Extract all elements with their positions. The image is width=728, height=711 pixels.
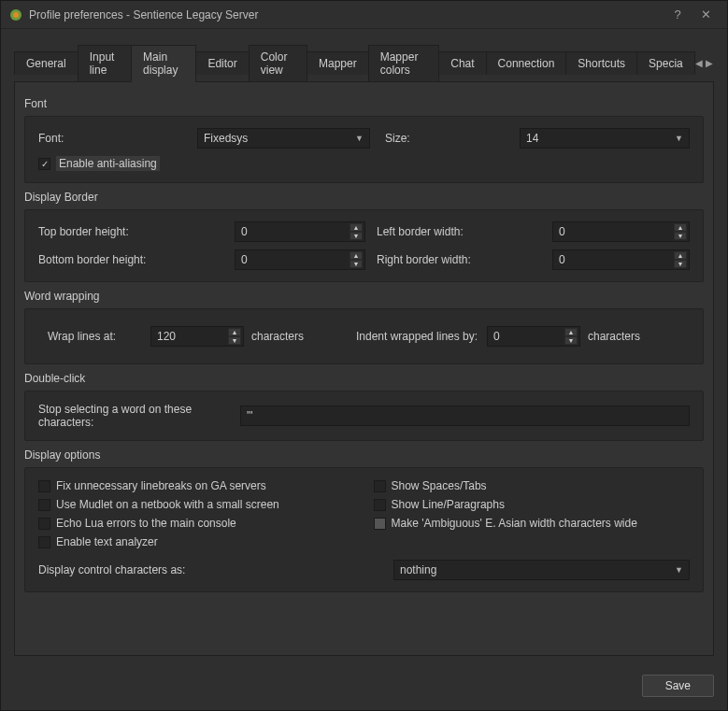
antialias-checkbox[interactable]: ✓ Enable anti-aliasing	[38, 156, 160, 171]
show-lines-label: Show Line/Paragraphs	[392, 498, 505, 511]
ambiguous-label: Make 'Ambiguous' E. Asian width characte…	[392, 517, 637, 530]
spin-buttons[interactable]: ▲▼	[674, 251, 687, 268]
checkbox-icon: ✓	[38, 158, 50, 170]
left-border-label: Left border width:	[365, 225, 552, 238]
preferences-window: Profile preferences - Sentience Legacy S…	[0, 0, 728, 711]
font-label: Font:	[38, 132, 197, 145]
wrap-unit: characters	[244, 330, 356, 343]
text-analyzer-label: Enable text analyzer	[56, 535, 158, 548]
antialias-label: Enable anti-aliasing	[56, 156, 160, 171]
checkbox-icon	[38, 536, 50, 548]
tab-chat[interactable]: Chat	[438, 51, 486, 75]
control-chars-label: Display control characters as:	[38, 563, 393, 576]
stop-chars-label: Stop selecting a word on these character…	[38, 403, 240, 429]
checkbox-icon	[374, 499, 386, 511]
wrap-value: 120	[157, 330, 176, 343]
indent-unit: characters	[580, 330, 640, 343]
border-group: Top border height: 0 ▲▼ Left border widt…	[24, 209, 704, 282]
ambiguous-checkbox[interactable]: Make 'Ambiguous' E. Asian width characte…	[374, 517, 637, 530]
show-spaces-checkbox[interactable]: Show Spaces/Tabs	[374, 479, 487, 492]
chevron-down-icon: ▼	[355, 134, 364, 143]
tab-mapper[interactable]: Mapper	[307, 51, 369, 75]
checkbox-icon	[374, 480, 386, 492]
checkbox-icon	[38, 480, 50, 492]
netbook-label: Use Mudlet on a netbook with a small scr…	[56, 498, 279, 511]
wrap-spin[interactable]: 120 ▲▼	[150, 326, 244, 347]
tab-editor[interactable]: Editor	[195, 51, 249, 75]
fix-ga-label: Fix unnecessary linebreaks on GA servers	[56, 479, 266, 492]
tab-connection[interactable]: Connection	[486, 51, 567, 75]
bottom-border-spin[interactable]: 0 ▲▼	[235, 249, 365, 270]
spin-buttons[interactable]: ▲▼	[564, 328, 578, 345]
show-spaces-label: Show Spaces/Tabs	[392, 479, 487, 492]
dblclick-group: Stop selecting a word on these character…	[24, 391, 704, 441]
checkbox-icon	[38, 518, 50, 530]
dblclick-section-label: Double-click	[24, 372, 704, 385]
border-section-label: Display Border	[24, 191, 704, 204]
checkbox-icon	[38, 499, 50, 511]
tab-color-view[interactable]: Color view	[249, 45, 307, 81]
right-border-label: Right border width:	[365, 253, 552, 266]
font-section-label: Font	[24, 97, 704, 110]
size-combo[interactable]: 14 ▼	[520, 128, 690, 149]
main-display-panel: Font Font: Fixedsys ▼ Size: 14 ▼	[14, 82, 714, 656]
show-lines-checkbox[interactable]: Show Line/Paragraphs	[374, 498, 505, 511]
font-group: Font: Fixedsys ▼ Size: 14 ▼ ✓ Enable ant…	[24, 116, 704, 183]
left-border-value: 0	[559, 225, 565, 238]
stop-chars-value: '"	[247, 409, 253, 422]
svg-point-1	[13, 12, 19, 18]
spin-buttons[interactable]: ▲▼	[350, 223, 363, 240]
right-border-value: 0	[559, 253, 565, 266]
echo-lua-label: Echo Lua errors to the main console	[56, 517, 236, 530]
help-button[interactable]: ?	[664, 6, 692, 24]
left-border-spin[interactable]: 0 ▲▼	[552, 221, 690, 242]
titlebar: Profile preferences - Sentience Legacy S…	[1, 1, 727, 29]
right-border-spin[interactable]: 0 ▲▼	[552, 249, 690, 270]
control-chars-combo[interactable]: nothing ▼	[393, 560, 690, 580]
tab-scroll-left[interactable]: ◀	[694, 54, 705, 72]
top-border-value: 0	[241, 225, 248, 238]
wrap-section-label: Word wrapping	[24, 290, 704, 303]
top-border-spin[interactable]: 0 ▲▼	[235, 221, 365, 242]
indent-value: 0	[493, 330, 500, 343]
tab-scroll-right[interactable]: ▶	[704, 54, 714, 72]
netbook-checkbox[interactable]: Use Mudlet on a netbook with a small scr…	[38, 498, 279, 511]
footer: Save	[1, 665, 727, 710]
chevron-down-icon: ▼	[675, 565, 683, 575]
tab-shortcuts[interactable]: Shortcuts	[565, 51, 637, 75]
echo-lua-checkbox[interactable]: Echo Lua errors to the main console	[38, 517, 236, 530]
save-button[interactable]: Save	[642, 675, 714, 697]
indent-spin[interactable]: 0 ▲▼	[487, 326, 580, 347]
display-options-group: Fix unnecessary linebreaks on GA servers…	[24, 467, 704, 592]
size-label: Size:	[370, 132, 520, 145]
tab-general[interactable]: General	[14, 51, 79, 75]
window-title: Profile preferences - Sentience Legacy S…	[29, 8, 664, 21]
checkbox-icon	[374, 518, 386, 530]
tab-bar: General Input line Main display Editor C…	[14, 44, 714, 82]
control-chars-value: nothing	[400, 563, 436, 576]
indent-label: Indent wrapped lines by:	[356, 330, 487, 343]
bottom-border-value: 0	[241, 253, 248, 266]
app-icon	[8, 7, 23, 22]
tab-input-line[interactable]: Input line	[78, 45, 132, 81]
spin-buttons[interactable]: ▲▼	[350, 251, 363, 268]
close-button[interactable]: ✕	[692, 6, 720, 24]
tab-main-display[interactable]: Main display	[131, 45, 196, 82]
chevron-down-icon: ▼	[675, 134, 683, 143]
font-combo[interactable]: Fixedsys ▼	[197, 128, 370, 149]
spin-buttons[interactable]: ▲▼	[228, 328, 241, 345]
top-border-label: Top border height:	[38, 225, 235, 238]
stop-chars-input[interactable]: '"	[240, 405, 690, 426]
wrap-group: Wrap lines at: 120 ▲▼ characters Indent …	[24, 308, 704, 364]
spin-buttons[interactable]: ▲▼	[674, 223, 687, 240]
content-area: General Input line Main display Editor C…	[1, 29, 727, 665]
fix-ga-checkbox[interactable]: Fix unnecessary linebreaks on GA servers	[38, 479, 266, 492]
text-analyzer-checkbox[interactable]: Enable text analyzer	[38, 535, 158, 548]
display-options-label: Display options	[24, 448, 704, 462]
bottom-border-label: Bottom border height:	[38, 253, 235, 266]
tab-special[interactable]: Specia	[636, 51, 695, 75]
tab-mapper-colors[interactable]: Mapper colors	[368, 45, 440, 81]
wrap-label: Wrap lines at:	[38, 330, 150, 343]
size-combo-value: 14	[526, 132, 538, 145]
font-combo-value: Fixedsys	[204, 132, 248, 145]
